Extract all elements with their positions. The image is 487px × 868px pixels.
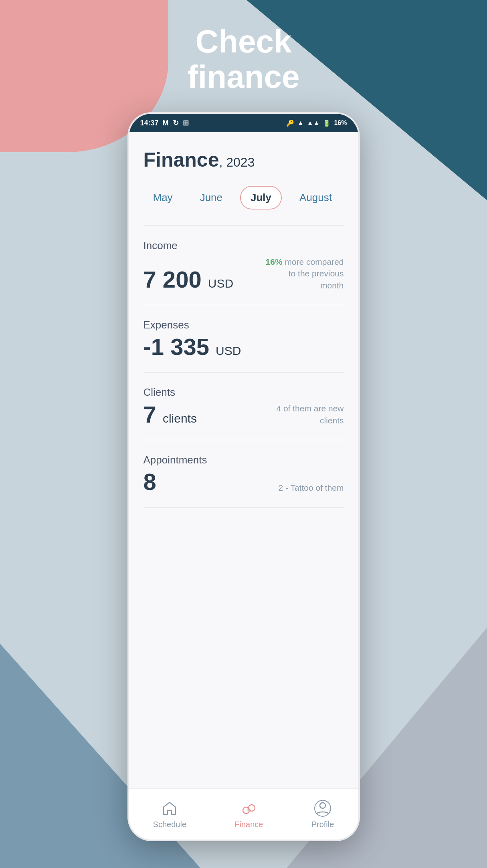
nav-profile-label: Profile [311,820,334,829]
income-highlight: 16% [266,257,283,266]
nav-finance[interactable]: Finance [226,796,271,832]
status-wifi-icon: ▲ [297,119,304,127]
divider-3 [143,372,344,373]
expenses-section: Expenses -1 335 USD [143,309,344,368]
status-right: 🔑 ▲ ▲▲ 🔋 16% [286,119,347,127]
svg-point-3 [320,803,325,808]
status-key-icon: 🔑 [286,119,294,127]
appointments-value: 8 [143,470,156,493]
status-teams-icon: ⊞ [183,119,189,127]
appointments-row: 8 2 - Tattoo of them [143,470,344,493]
appointments-note: 2 - Tattoo of them [278,482,344,493]
divider-2 [143,305,344,305]
status-battery-icon: 🔋 [323,119,331,127]
status-battery-pct: 16% [334,119,347,127]
clients-section: Clients 7 clients 4 of them are new clie… [143,377,344,436]
income-section: Income 7 200 USD 16% more compared to th… [143,230,344,301]
nav-profile[interactable]: Profile [303,796,342,832]
month-tab-july[interactable]: July [240,186,282,209]
phone-inner: 14:37 M ↻ ⊞ 🔑 ▲ ▲▲ 🔋 16% Finance, 2023 M… [129,114,358,840]
clients-row: 7 clients 4 of them are new clients [143,403,344,426]
appointments-label: Appointments [143,454,344,466]
page-title-text: Finance [143,149,219,171]
nav-schedule-label: Schedule [153,820,186,829]
status-time: 14:37 [140,119,159,127]
expenses-label: Expenses [143,319,344,331]
nav-schedule[interactable]: Schedule [145,796,194,832]
finance-icon [240,799,258,818]
phone-frame: 14:37 M ↻ ⊞ 🔑 ▲ ▲▲ 🔋 16% Finance, 2023 M… [127,112,360,841]
bottom-nav: Schedule Finance Profile [129,788,358,840]
income-note: 16% more compared to the previous month [264,256,344,291]
income-note-rest: more compared to the previous month [283,257,344,290]
app-content: Finance, 2023 May June July August Incom… [129,132,358,788]
expenses-row: -1 335 USD [143,335,344,358]
status-sync-icon: ↻ [173,119,179,127]
divider-5 [143,507,344,508]
appointments-section: Appointments 8 2 - Tattoo of them [143,444,344,503]
clients-value: 7 clients [143,403,197,426]
clients-note: 4 of them are new clients [264,403,344,426]
header-title: Checkfinance [0,24,487,95]
page-title: Finance, 2023 [143,148,344,171]
status-mail-icon: M [163,119,169,127]
home-icon [160,799,179,818]
status-left: 14:37 M ↻ ⊞ [140,119,189,127]
month-tab-may[interactable]: May [143,187,182,209]
expenses-value: -1 335 USD [143,335,241,358]
divider-4 [143,440,344,440]
month-tab-august[interactable]: August [290,187,342,209]
page-title-year: , 2023 [219,155,255,169]
income-row: 7 200 USD 16% more compared to the previ… [143,256,344,291]
nav-finance-label: Finance [234,820,263,829]
status-bar: 14:37 M ↻ ⊞ 🔑 ▲ ▲▲ 🔋 16% [129,114,358,132]
svg-point-2 [247,808,251,812]
clients-label: Clients [143,386,344,399]
month-tab-june[interactable]: June [190,187,232,209]
status-signal-icon: ▲▲ [307,119,320,127]
income-value: 7 200 USD [143,268,234,291]
divider-1 [143,226,344,226]
month-tabs: May June July August [143,186,344,209]
profile-icon [313,799,332,818]
income-label: Income [143,240,344,252]
